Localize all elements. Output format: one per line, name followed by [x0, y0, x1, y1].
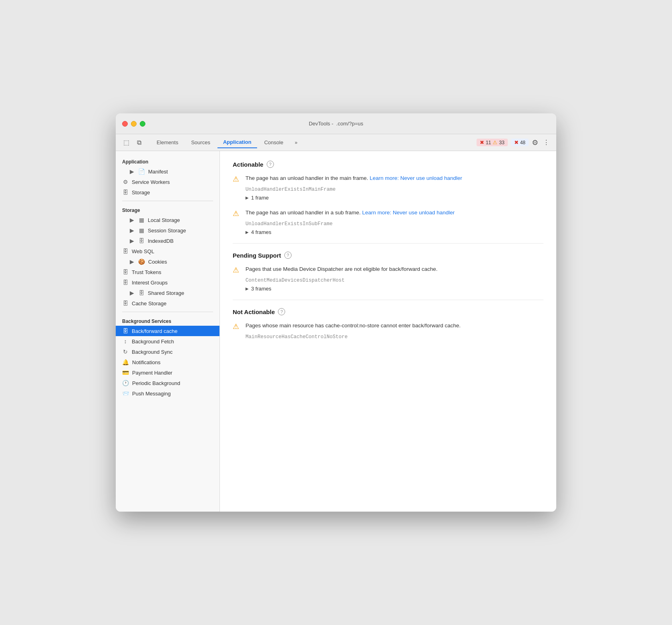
error-count: 11	[486, 140, 491, 145]
sidebar-item-shared-storage[interactable]: ▶ 🗄 Shared Storage	[116, 288, 219, 298]
tab-sources[interactable]: Sources	[185, 137, 216, 148]
tab-elements[interactable]: Elements	[151, 137, 184, 148]
more-options-icon[interactable]: ⋮	[541, 137, 551, 148]
payment-handler-icon: 💳	[122, 369, 129, 376]
more-tabs-icon[interactable]: »	[290, 137, 302, 148]
sidebar-label-cache-storage: Cache Storage	[132, 300, 167, 306]
sidebar-label-backforward-cache: Back/forward cache	[132, 328, 177, 334]
issue-badge[interactable]: ✖ 48	[511, 139, 529, 146]
cursor-icon[interactable]: ⬚	[121, 137, 132, 148]
sidebar-label-manifest: Manifest	[148, 169, 168, 175]
pending-support-help-icon[interactable]: ?	[284, 252, 292, 259]
issue-2-link[interactable]: Learn more: Never use unload handler	[362, 210, 455, 216]
arrow-indexeddb-icon: ▶	[129, 238, 135, 244]
sidebar-label-cookies: Cookies	[148, 259, 167, 265]
sidebar-item-cookies[interactable]: ▶ 🍪 Cookies	[116, 256, 219, 267]
sidebar-label-notifications: Notifications	[132, 359, 161, 365]
shared-storage-icon: 🗄	[138, 290, 145, 296]
frames-toggle-3[interactable]: 3 frames	[245, 286, 543, 292]
notifications-icon: 🔔	[122, 359, 129, 365]
sidebar-label-background-fetch: Background Fetch	[132, 339, 174, 345]
sidebar-item-notifications[interactable]: 🔔 Notifications	[116, 357, 219, 367]
device-icon[interactable]: ⧉	[133, 137, 145, 148]
issue-1-link[interactable]: Learn more: Never use unload handler	[370, 175, 462, 181]
actionable-title: Actionable	[233, 161, 264, 168]
issue-4-code: MainResourceHasCacheControlNoStore	[245, 334, 543, 340]
sidebar-item-local-storage[interactable]: ▶ ▦ Local Storage	[116, 215, 219, 225]
sidebar-label-storage: Storage	[132, 190, 150, 196]
issue-2: ⚠ The page has an unload handler in a su…	[233, 209, 543, 235]
issue-4-row: ⚠ Pages whose main resource has cache-co…	[233, 322, 543, 331]
warning-icon-4: ⚠	[233, 322, 241, 331]
sidebar-item-manifest[interactable]: ▶ 📄 Manifest	[116, 166, 219, 177]
periodic-background-icon: 🕐	[122, 380, 129, 386]
service-workers-icon: ⚙	[122, 179, 129, 185]
titlebar-title: DevTools - .com/?p=us	[309, 121, 363, 127]
sidebar-item-storage[interactable]: 🗄 Storage	[116, 187, 219, 198]
sidebar-label-service-workers: Service Workers	[132, 179, 170, 185]
sidebar: Application ▶ 📄 Manifest ⚙ Service Worke…	[116, 151, 220, 512]
sidebar-item-push-messaging[interactable]: 📨 Push Messaging	[116, 388, 219, 399]
tab-console[interactable]: Console	[259, 137, 289, 148]
warn-icon: ⚠	[493, 139, 497, 145]
issue-4-text: Pages whose main resource has cache-cont…	[245, 322, 461, 330]
sidebar-label-session-storage: Session Storage	[148, 228, 186, 234]
devtools-window: DevTools - .com/?p=us ⬚ ⧉ Elements Sourc…	[116, 113, 556, 512]
divider-content-2	[233, 300, 543, 300]
background-sync-icon: ↻	[122, 349, 129, 355]
sidebar-label-web-sql: Web SQL	[132, 248, 154, 254]
issue-count: 48	[520, 140, 525, 145]
sidebar-item-payment-handler[interactable]: 💳 Payment Handler	[116, 367, 219, 378]
divider-content-1	[233, 243, 543, 244]
settings-icon[interactable]: ⚙	[530, 137, 540, 149]
sidebar-item-backforward-cache[interactable]: 🗄 Back/forward cache	[116, 326, 219, 336]
not-actionable-header: Not Actionable ?	[233, 308, 543, 315]
sidebar-item-background-fetch[interactable]: ↕ Background Fetch	[116, 336, 219, 347]
sidebar-item-service-workers[interactable]: ⚙ Service Workers	[116, 177, 219, 187]
sidebar-section-application: Application	[116, 156, 219, 166]
session-storage-icon: ▦	[138, 227, 145, 234]
sidebar-label-payment-handler: Payment Handler	[132, 370, 172, 376]
issue-2-row: ⚠ The page has an unload handler in a su…	[233, 209, 543, 218]
trust-tokens-icon: 🗄	[122, 269, 129, 275]
sidebar-item-trust-tokens[interactable]: 🗄 Trust Tokens	[116, 267, 219, 277]
fullscreen-button[interactable]	[140, 121, 145, 127]
sidebar-item-periodic-background[interactable]: 🕐 Periodic Background	[116, 378, 219, 388]
arrow-icon: ▶	[129, 168, 135, 175]
sidebar-label-periodic-background: Periodic Background	[132, 380, 180, 386]
toolbar: ⬚ ⧉ Elements Sources Application Console…	[116, 134, 556, 151]
sidebar-item-background-sync[interactable]: ↻ Background Sync	[116, 347, 219, 357]
issue-2-text: The page has an unload handler in a sub …	[245, 209, 455, 217]
arrow-shared-storage-icon: ▶	[129, 290, 135, 296]
tab-application[interactable]: Application	[217, 137, 257, 148]
cookies-icon: 🍪	[138, 258, 145, 265]
issue-1-code: UnloadHandlerExistsInMainFrame	[245, 187, 543, 192]
issue-1-text: The page has an unload handler in the ma…	[245, 174, 462, 182]
frames-toggle-1[interactable]: 1 frame	[245, 195, 543, 201]
issue-2-code: UnloadHandlerExistsInSubFrame	[245, 221, 543, 227]
issue-4: ⚠ Pages whose main resource has cache-co…	[233, 322, 543, 340]
sidebar-label-background-sync: Background Sync	[132, 349, 173, 355]
not-actionable-help-icon[interactable]: ?	[278, 308, 285, 315]
sidebar-item-interest-groups[interactable]: 🗄 Interest Groups	[116, 277, 219, 288]
warning-icon-3: ⚠	[233, 266, 241, 274]
error-icon: ✖	[480, 139, 484, 145]
close-button[interactable]	[122, 121, 128, 127]
local-storage-icon: ▦	[138, 217, 145, 223]
divider-2	[122, 312, 213, 312]
issue-1: ⚠ The page has an unload handler in the …	[233, 174, 543, 201]
error-badge[interactable]: ✖ 11 ⚠ 33	[477, 139, 508, 146]
actionable-help-icon[interactable]: ?	[267, 161, 274, 168]
issue-icon: ✖	[514, 139, 519, 145]
sidebar-item-cache-storage[interactable]: 🗄 Cache Storage	[116, 298, 219, 308]
interest-groups-icon: 🗄	[122, 279, 129, 286]
background-fetch-icon: ↕	[122, 338, 129, 345]
sidebar-item-session-storage[interactable]: ▶ ▦ Session Storage	[116, 225, 219, 236]
actionable-section-header: Actionable ?	[233, 161, 543, 168]
minimize-button[interactable]	[131, 121, 137, 127]
indexeddb-icon: 🗄	[138, 238, 145, 244]
sidebar-item-web-sql[interactable]: 🗄 Web SQL	[116, 246, 219, 256]
frames-toggle-2[interactable]: 4 frames	[245, 229, 543, 235]
sidebar-label-shared-storage: Shared Storage	[148, 290, 184, 296]
sidebar-item-indexeddb[interactable]: ▶ 🗄 IndexedDB	[116, 236, 219, 246]
